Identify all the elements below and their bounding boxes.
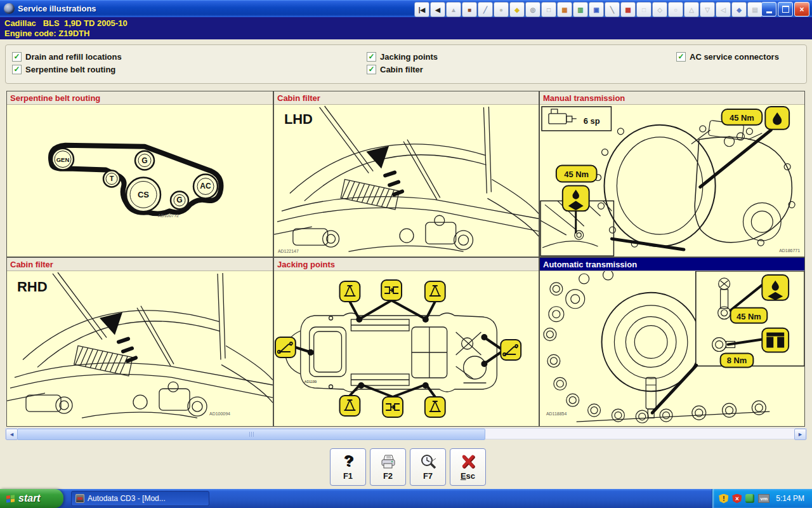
wheel-icon[interactable]: ◎ — [525, 2, 540, 17]
close-icon: × — [799, 5, 804, 14]
level-torque-label: 8 Nm — [727, 356, 747, 365]
checkbox-label: Drain and refill locations — [25, 52, 122, 62]
first-page-icon[interactable]: |◀ — [414, 2, 429, 17]
checkbox-label: Jacking points — [380, 52, 438, 62]
window-controls: × — [761, 2, 809, 17]
security-warning-shield-icon[interactable]: ! — [719, 494, 728, 504]
panel-title[interactable]: Automatic transmission — [540, 258, 804, 271]
close-button[interactable]: × — [794, 2, 809, 17]
panel-manual-transmission[interactable]: Manual transmission — [539, 91, 805, 257]
printer-icon — [380, 453, 396, 470]
network-status-icon[interactable] — [745, 494, 754, 503]
svg-text:?: ? — [343, 453, 353, 469]
vehicle-model: Cadillac BLS 1,9D TD 2005-10 — [4, 18, 812, 29]
engine-icon[interactable]: ◆ — [509, 2, 525, 17]
jack-stand-badge — [340, 396, 360, 416]
pulley-g2-label: G — [176, 196, 182, 204]
checkbox-label: Cabin filter — [380, 65, 423, 74]
checkbox-jacking-points[interactable]: ✓ Jacking points — [367, 52, 438, 62]
jacking-points-diagram: AD1199 — [274, 271, 539, 426]
task-label: Autodata CD3 - [Mod... — [88, 494, 166, 503]
inset-pointer-line — [652, 365, 697, 413]
checkbox-cabin-filter[interactable]: ✓ Cabin filter — [367, 65, 423, 74]
spanner-icon[interactable]: △ — [684, 2, 699, 17]
oil-level-symbol — [762, 328, 789, 352]
help-icon: ? ? — [340, 453, 357, 470]
gear-count-label: 6 sp — [584, 116, 600, 126]
button-key-label: F7 — [423, 471, 433, 481]
hazard-icon[interactable]: ◁ — [716, 2, 731, 17]
panel-cabin-filter-lhd[interactable]: Cabin filter — [273, 91, 539, 257]
start-button[interactable]: start — [0, 489, 63, 508]
scroll-right-icon: ► — [797, 431, 803, 438]
back-icon[interactable]: ◀ — [430, 2, 445, 17]
vehicle-header: Cadillac BLS 1,9D TD 2005-10 Engine code… — [0, 17, 812, 39]
checkbox-icon[interactable]: ✓ — [12, 65, 22, 74]
minimize-button[interactable] — [761, 2, 776, 17]
key-fob-icon[interactable]: ● — [494, 2, 509, 17]
help-f1-button[interactable]: ? ? F1 — [330, 448, 366, 486]
pulley-cs-label: CS — [138, 190, 149, 199]
pliers-icon[interactable]: ○ — [668, 2, 683, 17]
steering-variant-label: LHD — [284, 111, 313, 127]
start-label: start — [18, 493, 41, 504]
button-key-label: Esc — [461, 471, 475, 481]
panel-serpentine-belt[interactable]: Serpentine belt routing GEN G T CS G AC … — [6, 91, 273, 257]
illustration-code: AD1199 — [304, 380, 317, 384]
panel-title[interactable]: Jacking points — [274, 258, 539, 271]
technician-icon[interactable]: ▽ — [700, 2, 715, 17]
battery-icon[interactable]: ▩ — [620, 2, 636, 17]
checkbox-drain-refill[interactable]: ✓ Drain and refill locations — [12, 52, 122, 62]
scroll-left-button[interactable]: ◄ — [6, 429, 18, 440]
horizontal-scrollbar[interactable]: ◄ ► — [5, 428, 807, 439]
cabin-icon[interactable]: ▣ — [589, 2, 604, 17]
taskbar-clock[interactable]: 5:14 PM — [776, 494, 804, 503]
panel-title[interactable]: Serpentine belt routing — [7, 91, 273, 105]
checkbox-icon[interactable]: ✓ — [367, 52, 376, 62]
antivirus-alert-shield-icon[interactable]: × — [732, 494, 742, 504]
spark-plug-icon[interactable]: ╲ — [605, 2, 620, 17]
vmware-tools-icon[interactable]: vm — [758, 494, 769, 503]
panel-title[interactable]: Manual transmission — [540, 91, 804, 105]
windows-logo-icon — [6, 495, 15, 502]
checkbox-serpentine-belt[interactable]: ✓ Serpentine belt routing — [12, 65, 115, 74]
illustration-code: AD118854 — [546, 411, 566, 416]
panel-title[interactable]: Cabin filter — [7, 258, 273, 271]
illustration-code: AD186771 — [779, 248, 800, 253]
pulley-gen-label: GEN — [56, 156, 70, 163]
warning-icon[interactable]: ▲ — [446, 2, 461, 17]
scroll-right-button[interactable]: ► — [794, 429, 806, 440]
scroll-left-icon: ◄ — [9, 431, 15, 438]
rack-icon[interactable]: ▤ — [747, 2, 763, 17]
door-icon[interactable]: ▥ — [573, 2, 588, 17]
restore-button[interactable] — [778, 2, 793, 17]
steering-variant-label: RHD — [17, 279, 48, 295]
tools-icon[interactable]: ◆ — [731, 2, 747, 17]
checkbox-icon[interactable]: ✓ — [676, 52, 686, 62]
wrench-icon[interactable]: ◇ — [652, 2, 667, 17]
zoom-f7-button[interactable]: F7 — [410, 448, 446, 486]
checkbox-ac-service[interactable]: ✓ AC service connectors — [676, 52, 779, 62]
illustration-filters: ✓ Drain and refill locations ✓ Serpentin… — [5, 44, 807, 84]
scrollbar-thumb[interactable] — [17, 429, 485, 440]
cabin-filter-lhd-diagram: LHD AD122147 — [274, 105, 539, 257]
bodywork-icon[interactable]: □ — [541, 2, 556, 17]
taskbar: start Autodata CD3 - [Mod... ! × vm 5:14… — [0, 489, 812, 508]
escape-button[interactable]: Esc — [450, 448, 486, 486]
print-f2-button[interactable]: F2 — [370, 448, 406, 486]
checkbox-icon[interactable]: ✓ — [12, 52, 22, 62]
checkbox-icon[interactable]: ✓ — [367, 65, 376, 74]
display-icon[interactable]: ▦ — [557, 2, 572, 17]
panel-title[interactable]: Cabin filter — [274, 91, 539, 105]
panel-cabin-filter-rhd[interactable]: Cabin filter RHD AD100094 — [6, 257, 273, 427]
taskbar-task-autodata[interactable]: Autodata CD3 - [Mod... — [71, 491, 209, 506]
manual-book-icon[interactable]: ■ — [462, 2, 477, 17]
cabin-filter-rhd-diagram: RHD AD100094 — [7, 271, 273, 426]
panel-automatic-transmission[interactable]: Automatic transmission — [539, 257, 805, 427]
system-tray: ! × vm 5:14 PM — [712, 489, 812, 508]
pen-icon[interactable]: ╱ — [478, 2, 493, 17]
storage-icon[interactable]: □ — [636, 2, 652, 17]
panel-jacking-points[interactable]: Jacking points — [273, 257, 539, 427]
button-key-label: F2 — [383, 471, 393, 481]
minimize-icon — [766, 11, 772, 13]
